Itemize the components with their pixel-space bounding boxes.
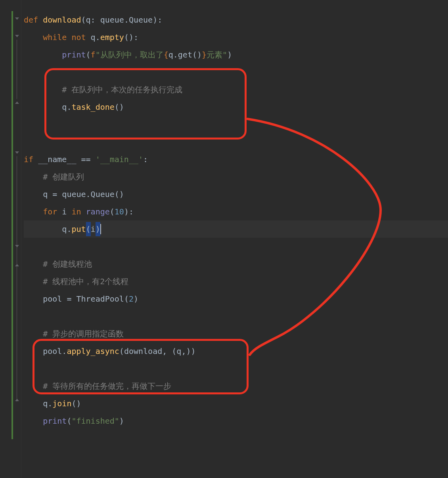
keyword-def: def (24, 13, 43, 27)
vcs-modified-marker (11, 11, 13, 439)
fold-collapse-icon[interactable] (14, 151, 20, 156)
code-line[interactable]: if __name__ == '__main__': (24, 151, 448, 168)
code-line[interactable]: print("finished") (24, 412, 448, 430)
fold-end-icon[interactable] (14, 396, 20, 402)
code-line[interactable]: def download(q: queue.Queue): (24, 11, 448, 29)
code-line[interactable]: # 异步的调用指定函数 (24, 325, 448, 342)
param-name: q (86, 13, 91, 27)
code-line[interactable]: # 等待所有的任务做完，再做下一步 (24, 377, 448, 395)
code-line[interactable]: pool = ThreadPool(2) (24, 290, 448, 308)
builtin-print: print (62, 48, 86, 62)
keyword-if: if (24, 152, 38, 166)
comment: # 在队列中，本次的任务执行完成 (62, 82, 182, 97)
text-cursor (100, 224, 101, 234)
blank-line[interactable] (24, 238, 448, 255)
comment: # 创建队列 (43, 170, 84, 184)
comment: # 创建线程池 (43, 257, 92, 271)
comment: # 异步的调用指定函数 (43, 327, 124, 341)
comment: # 等待所有的任务做完，再做下一步 (43, 379, 171, 393)
blank-line[interactable] (24, 63, 448, 81)
code-line[interactable]: # 创建队列 (24, 168, 448, 185)
keyword-in: in (67, 205, 86, 219)
code-line[interactable]: q.join() (24, 395, 448, 412)
blank-line[interactable] (24, 308, 448, 325)
code-line[interactable]: while not q.empty(): (24, 29, 448, 46)
code-content[interactable]: def download(q: queue.Queue): while not … (21, 0, 448, 478)
keyword-not: not (71, 30, 90, 44)
code-line-current[interactable]: q.put(i) (24, 220, 448, 238)
fold-collapse-icon[interactable] (14, 244, 20, 250)
blank-line[interactable] (24, 116, 448, 133)
fold-collapse-icon[interactable] (14, 17, 20, 22)
code-line[interactable]: for i in range(10): (24, 203, 448, 220)
comment: # 线程池中，有2个线程 (43, 274, 128, 289)
code-line[interactable]: # 线程池中，有2个线程 (24, 273, 448, 290)
paren-open: ( (81, 13, 86, 27)
fold-end-icon[interactable] (14, 262, 20, 267)
blank-line[interactable] (24, 360, 448, 377)
fold-end-icon[interactable] (14, 99, 20, 105)
code-editor[interactable]: def download(q: queue.Queue): while not … (0, 0, 448, 478)
keyword-for: for (43, 205, 62, 219)
code-line[interactable]: pool.apply_async(download, (q,)) (24, 342, 448, 360)
function-name: download (43, 13, 81, 27)
fold-guide-line (17, 40, 17, 99)
keyword-while: while (43, 30, 71, 44)
editor-gutter (0, 0, 21, 478)
blank-line[interactable] (24, 133, 448, 151)
code-line[interactable]: # 在队列中，本次的任务执行完成 (24, 81, 448, 98)
fold-collapse-icon[interactable] (14, 34, 20, 40)
code-line[interactable]: q.task_done() (24, 98, 448, 116)
code-line[interactable]: # 创建线程池 (24, 255, 448, 273)
fold-guide-line (17, 156, 17, 402)
code-line[interactable]: print(f"从队列中，取出了{q.get()}元素") (24, 46, 448, 63)
code-line[interactable]: q = queue.Queue() (24, 185, 448, 203)
